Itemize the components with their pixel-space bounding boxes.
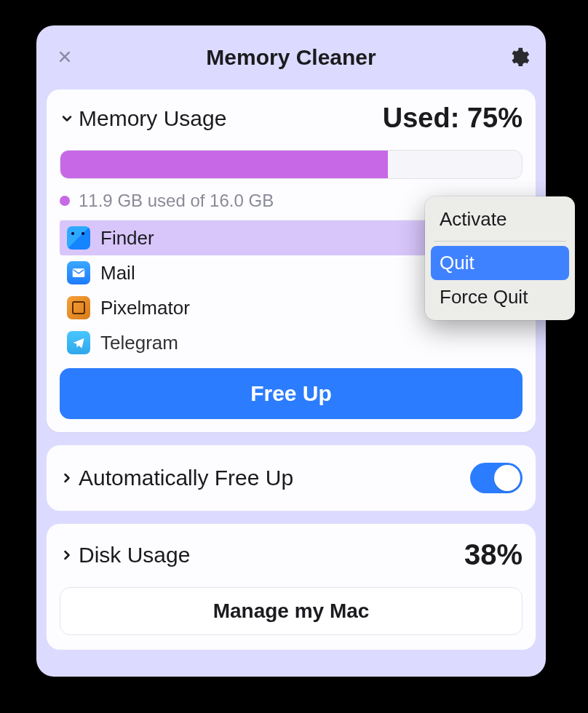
auto-free-up-card: Automatically Free Up bbox=[47, 445, 536, 511]
chevron-right-icon bbox=[60, 471, 74, 485]
auto-section-toggle[interactable]: Automatically Free Up bbox=[60, 466, 293, 490]
menu-item-activate[interactable]: Activate bbox=[431, 202, 569, 236]
menu-item-force-quit[interactable]: Force Quit bbox=[431, 280, 569, 314]
memory-used-label: Used: 75% bbox=[383, 103, 523, 134]
app-row-label: Mail bbox=[100, 262, 135, 284]
free-up-button[interactable]: Free Up bbox=[60, 368, 523, 419]
disk-section-toggle[interactable]: Disk Usage bbox=[60, 543, 190, 567]
app-window: Memory Cleaner Memory Usage Used: 75% 11… bbox=[36, 25, 546, 677]
settings-button[interactable] bbox=[504, 43, 533, 72]
app-row-label: Pixelmator bbox=[100, 297, 190, 319]
disk-section-header: Disk Usage 38% bbox=[60, 538, 523, 571]
menu-separator bbox=[434, 241, 566, 242]
app-row-telegram[interactable]: Telegram bbox=[60, 325, 523, 358]
window-title: Memory Cleaner bbox=[47, 45, 536, 70]
close-button[interactable] bbox=[54, 46, 76, 68]
memory-section-toggle[interactable]: Memory Usage bbox=[60, 106, 226, 131]
memory-section-title: Memory Usage bbox=[79, 106, 226, 131]
menu-item-quit[interactable]: Quit bbox=[431, 246, 569, 280]
gear-icon bbox=[506, 46, 530, 69]
chevron-right-icon bbox=[60, 548, 74, 562]
manage-mac-button[interactable]: Manage my Mac bbox=[60, 587, 523, 635]
app-row-label: Finder bbox=[100, 227, 154, 250]
usage-dot-icon bbox=[60, 196, 70, 206]
telegram-icon bbox=[67, 331, 90, 354]
chevron-down-icon bbox=[60, 111, 74, 126]
finder-icon bbox=[67, 226, 90, 250]
auto-free-label: Automatically Free Up bbox=[79, 466, 293, 490]
mail-icon bbox=[67, 261, 90, 284]
auto-free-toggle[interactable] bbox=[470, 463, 523, 493]
memory-section-header: Memory Usage Used: 75% bbox=[60, 103, 523, 134]
toggle-knob bbox=[494, 465, 520, 491]
close-icon bbox=[57, 49, 72, 64]
disk-section-title: Disk Usage bbox=[79, 543, 190, 567]
app-context-menu: ActivateQuitForce Quit bbox=[425, 196, 575, 320]
titlebar: Memory Cleaner bbox=[47, 36, 536, 79]
memory-progress-bar bbox=[60, 150, 523, 179]
app-row-label: Telegram bbox=[100, 332, 178, 354]
disk-percent-label: 38% bbox=[464, 538, 523, 571]
pixelmator-icon bbox=[67, 296, 90, 319]
disk-usage-card: Disk Usage 38% Manage my Mac bbox=[47, 524, 536, 650]
memory-progress-fill bbox=[60, 151, 388, 178]
memory-usage-text: 11.9 GB used of 16.0 GB bbox=[79, 191, 274, 211]
